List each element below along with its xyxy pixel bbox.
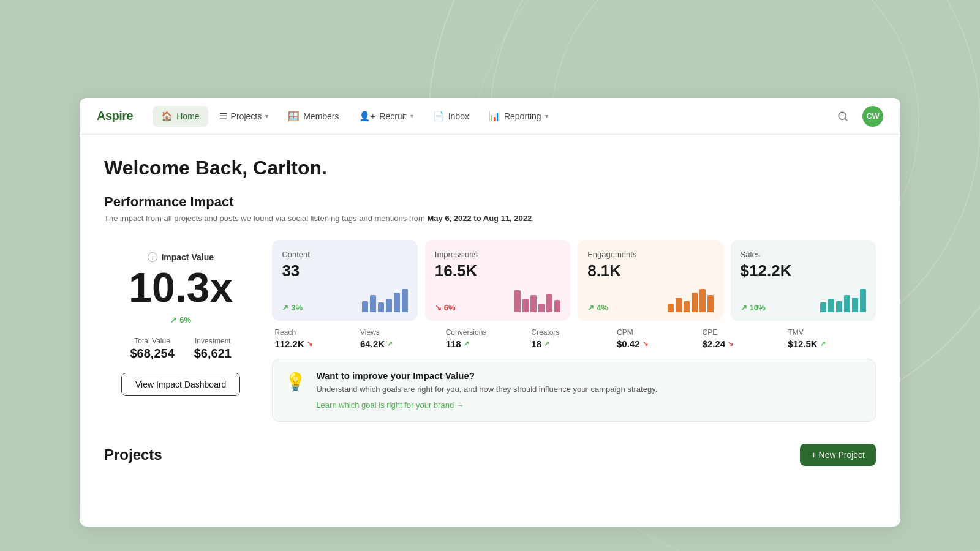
small-stat-trend-cpm: ↘ — [643, 340, 648, 348]
small-stat-label-cpe: CPE — [703, 328, 788, 337]
metric-trend-engagements: ↗ 4% — [587, 303, 608, 312]
page-content: Welcome Back, Carlton. Performance Impac… — [80, 135, 900, 493]
metric-card-bottom-sales: ↗ 10% — [741, 288, 866, 312]
metric-trend-pct-content: 3% — [291, 303, 303, 312]
metric-trend-pct-engagements: 4% — [597, 303, 608, 312]
small-stat-value-row-cpe: $2.24 ↘ — [703, 339, 788, 349]
tip-card: 💡 Want to improve your Impact Value? Und… — [272, 359, 876, 422]
small-stat-value-views: 64.2K — [360, 339, 385, 349]
metrics-right: Content 33 ↗ 3% Impressions 16.5K ↘ 6% E… — [272, 240, 876, 422]
small-stat-label-cpm: CPM — [617, 328, 703, 337]
small-stat-value-row-conversions: 118 ↗ — [446, 339, 532, 349]
small-stat-trend-views: ↗ — [387, 340, 393, 348]
bar — [522, 299, 529, 312]
new-project-button[interactable]: + New Project — [800, 444, 876, 466]
mini-chart-impressions — [514, 288, 560, 312]
investment-value: $6,621 — [194, 347, 232, 361]
welcome-title: Welcome Back, Carlton. — [104, 157, 876, 179]
small-stat-label-reach: Reach — [274, 328, 360, 337]
search-icon[interactable] — [833, 107, 853, 126]
nav-item-members[interactable]: 🪟Members — [279, 106, 347, 127]
bar — [844, 295, 850, 312]
total-value-label: Total Value — [134, 337, 170, 345]
small-stat-trend-creators: ↗ — [544, 340, 549, 348]
metric-card-label-content: Content — [282, 250, 407, 259]
small-stat-views: Views 64.2K ↗ — [360, 328, 446, 349]
nav-chevron-projects: ▾ — [265, 113, 268, 119]
nav-chevron-reporting: ▾ — [545, 113, 548, 119]
metric-trend-arrow-sales: ↗ — [741, 303, 747, 312]
investment-item: Investment $6,621 — [194, 337, 232, 361]
small-stat-conversions: Conversions 118 ↗ — [446, 328, 532, 349]
bar — [370, 295, 376, 312]
small-stat-creators: Creators 18 ↗ — [531, 328, 617, 349]
small-stat-value-row-creators: 18 ↗ — [531, 339, 617, 349]
nav-icon-projects: ☰ — [219, 111, 227, 122]
metric-trend-arrow-impressions: ↘ — [435, 303, 442, 312]
metric-card-bottom-content: ↗ 3% — [282, 288, 407, 312]
bar — [820, 302, 826, 312]
main-container: Aspire 🏠Home☰Projects▾🪟Members👤+Recruit▾… — [80, 98, 900, 527]
metric-card-value-engagements: 8.1K — [587, 261, 713, 280]
small-stat-label-conversions: Conversions — [446, 328, 532, 337]
impact-label-row: i Impact Value — [148, 252, 214, 262]
nav-label-reporting: Reporting — [504, 111, 541, 121]
svg-line-5 — [845, 118, 846, 120]
nav-icon-recruit: 👤+ — [359, 111, 376, 122]
avatar[interactable]: CW — [862, 106, 883, 127]
impact-trend-pct: 6% — [179, 315, 191, 324]
small-stat-label-creators: Creators — [531, 328, 617, 337]
bar — [836, 301, 842, 312]
metric-card-label-impressions: Impressions — [435, 250, 560, 259]
small-stat-trend-conversions: ↗ — [464, 340, 469, 348]
mini-chart-content — [362, 288, 408, 312]
nav-label-members: Members — [303, 111, 339, 121]
metric-card-content: Content 33 ↗ 3% — [272, 240, 417, 321]
nav-item-home[interactable]: 🏠Home — [153, 106, 208, 127]
bar — [546, 294, 552, 312]
nav-item-reporting[interactable]: 📊Reporting▾ — [480, 106, 557, 127]
small-stat-value-row-tmv: $12.5K ↗ — [788, 339, 873, 349]
bar — [684, 301, 690, 312]
tip-title: Want to improve your Impact Value? — [316, 370, 657, 381]
small-stat-value-cpe: $2.24 — [703, 339, 726, 349]
impact-info-icon[interactable]: i — [148, 252, 157, 262]
small-stats-row: Reach 112.2K ↘ Views 64.2K ↗ Conversions… — [272, 328, 876, 349]
bar — [538, 304, 545, 312]
impact-trend: 6% — [170, 315, 191, 324]
tip-link[interactable]: Learn which goal is right for your brand… — [316, 400, 464, 410]
small-stat-cpm: CPM $0.42 ↘ — [617, 328, 703, 349]
tip-icon: 💡 — [285, 372, 306, 392]
metric-card-impressions: Impressions 16.5K ↘ 6% — [425, 240, 570, 321]
bar — [402, 289, 408, 312]
nav-icon-home: 🏠 — [161, 111, 173, 122]
tip-content: Want to improve your Impact Value? Under… — [316, 370, 657, 410]
impact-label: Impact Value — [161, 252, 214, 262]
small-stat-value-row-cpm: $0.42 ↘ — [617, 339, 703, 349]
small-stat-label-views: Views — [360, 328, 446, 337]
nav-item-inbox[interactable]: 📄Inbox — [424, 106, 478, 127]
bar — [676, 298, 682, 312]
navbar: Aspire 🏠Home☰Projects▾🪟Members👤+Recruit▾… — [80, 98, 900, 135]
nav-icon-members: 🪟 — [288, 111, 300, 122]
view-impact-dashboard-button[interactable]: View Impact Dashboard — [121, 373, 240, 396]
nav-item-projects[interactable]: ☰Projects▾ — [211, 106, 277, 127]
small-stat-value-row-reach: 112.2K ↘ — [274, 339, 360, 349]
small-stat-trend-cpe: ↘ — [728, 340, 733, 348]
metric-trend-pct-impressions: 6% — [444, 303, 456, 312]
metric-card-engagements: Engagements 8.1K ↗ 4% — [578, 240, 723, 321]
metric-card-bottom-engagements: ↗ 4% — [587, 288, 713, 312]
bar — [362, 301, 368, 312]
small-stat-value-row-views: 64.2K ↗ — [360, 339, 446, 349]
bar — [668, 304, 674, 312]
mini-chart-sales — [820, 288, 866, 312]
projects-title: Projects — [104, 446, 162, 463]
nav-item-recruit[interactable]: 👤+Recruit▾ — [350, 106, 422, 127]
mini-chart-engagements — [668, 288, 714, 312]
nav-icon-reporting: 📊 — [489, 111, 500, 122]
nav-right: CW — [833, 106, 883, 127]
projects-header: Projects + New Project — [104, 444, 876, 468]
metric-card-bottom-impressions: ↘ 6% — [435, 288, 560, 312]
metric-cards-row: Content 33 ↗ 3% Impressions 16.5K ↘ 6% E… — [272, 240, 876, 321]
impact-trend-arrow — [170, 315, 177, 324]
